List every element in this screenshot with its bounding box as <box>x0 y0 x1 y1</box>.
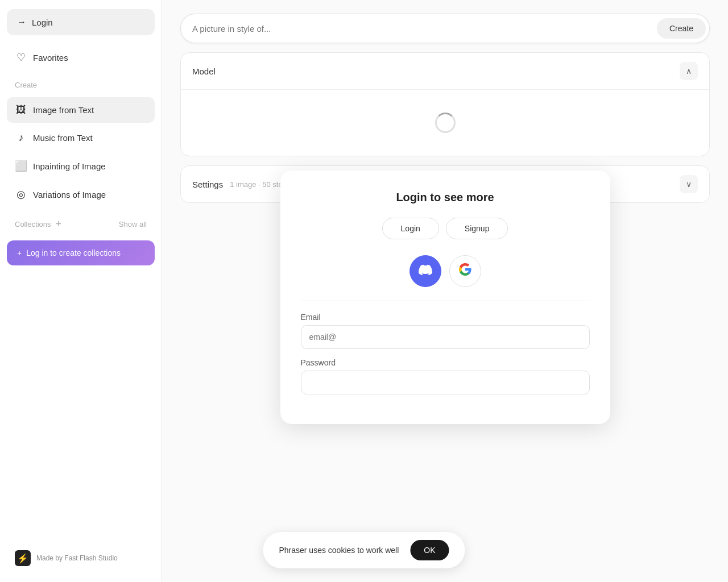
social-buttons <box>301 255 590 287</box>
nav-item-label: Inpainting of Image <box>33 161 106 171</box>
image-icon: 🖼 <box>15 104 27 116</box>
cookie-banner: Phraser uses cookies to work well OK <box>263 532 465 568</box>
add-collection-button[interactable]: + <box>55 219 63 229</box>
music-icon: ♪ <box>15 132 27 144</box>
password-label: Password <box>301 358 590 367</box>
google-login-button[interactable] <box>449 255 481 287</box>
create-section-label: Create <box>7 77 155 93</box>
sidebar-item-variations-of-image[interactable]: ◎ Variations of Image <box>7 181 155 207</box>
search-bar: Create <box>180 14 710 43</box>
email-input[interactable] <box>301 325 590 349</box>
discord-login-button[interactable] <box>410 255 441 287</box>
plus-icon: + <box>17 248 22 257</box>
create-collections-label: Log in to create collections <box>26 248 121 257</box>
show-all-button[interactable]: Show all <box>119 220 147 228</box>
login-button-label: Login <box>32 18 53 27</box>
modal-buttons: Login Signup <box>301 218 590 239</box>
nav-item-label: Image from Text <box>33 105 94 115</box>
favorites-item[interactable]: ♡ Favorites <box>7 44 155 70</box>
modal-login-button[interactable]: Login <box>382 218 439 239</box>
model-content <box>181 89 709 156</box>
discord-icon <box>419 263 432 280</box>
modal-title: Login to see more <box>301 191 590 204</box>
model-section: Model ∧ <box>180 52 710 156</box>
nav-item-label: Variations of Image <box>33 190 106 199</box>
chevron-up-icon: ∧ <box>680 62 698 80</box>
email-label: Email <box>301 313 590 322</box>
arrow-right-icon: → <box>17 17 26 27</box>
favorites-label: Favorites <box>33 53 68 63</box>
nav-item-label: Music from Text <box>33 133 93 143</box>
divider <box>301 301 590 301</box>
create-button[interactable]: Create <box>657 18 706 39</box>
sidebar-footer: ⚡ Made by Fast Flash Studio <box>7 543 155 573</box>
login-button[interactable]: → Login <box>7 9 155 35</box>
model-title: Model <box>192 66 216 76</box>
password-input[interactable] <box>301 371 590 394</box>
modal-signup-button[interactable]: Signup <box>446 218 508 239</box>
model-header[interactable]: Model ∧ <box>181 53 709 89</box>
sidebar-item-inpainting-of-image[interactable]: ⬜ Inpainting of Image <box>7 153 155 179</box>
settings-title: Settings <box>192 180 223 189</box>
loading-spinner <box>435 113 456 133</box>
login-modal: Login to see more Login Signup <box>280 171 610 424</box>
inpaint-icon: ⬜ <box>15 160 27 172</box>
collections-header: Collections + Show all <box>7 214 155 234</box>
search-input[interactable] <box>192 24 657 34</box>
cookie-text: Phraser uses cookies to work well <box>279 546 399 555</box>
chevron-down-icon: ∨ <box>680 175 698 193</box>
sidebar-item-image-from-text[interactable]: 🖼 Image from Text <box>7 97 155 123</box>
cookie-ok-button[interactable]: OK <box>410 540 449 560</box>
google-icon <box>458 263 472 280</box>
main-content: Create Model ∧ Settings 1 image · 50 ste… <box>162 0 728 582</box>
variations-icon: ◎ <box>15 188 27 201</box>
collections-label: Collections <box>15 220 51 228</box>
heart-icon: ♡ <box>15 51 27 64</box>
lightning-icon: ⚡ <box>15 550 31 566</box>
create-collections-button[interactable]: + Log in to create collections <box>7 240 155 265</box>
footer-text: Made by Fast Flash Studio <box>36 554 118 563</box>
sidebar-item-music-from-text[interactable]: ♪ Music from Text <box>7 125 155 151</box>
sidebar: → Login ♡ Favorites Create 🖼 Image from … <box>0 0 162 582</box>
